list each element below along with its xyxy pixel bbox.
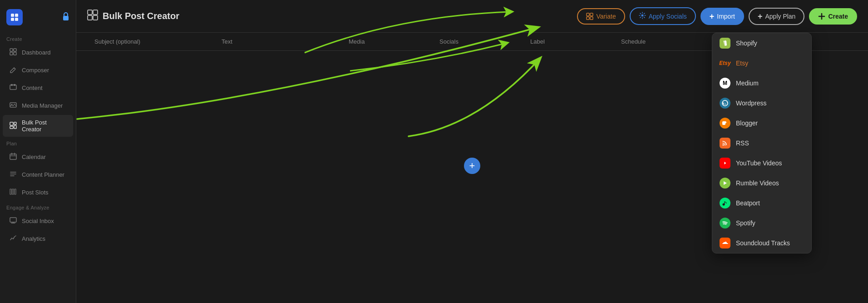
wordpress-icon: [720, 98, 730, 109]
dropdown-item-rss[interactable]: RSS: [712, 133, 811, 153]
soundcloud-label: Soundcloud Tracks: [736, 239, 790, 247]
svg-rect-14: [10, 122, 13, 125]
add-row-button[interactable]: +: [464, 158, 480, 174]
dropdown-item-rumble[interactable]: Rumble Videos: [712, 173, 811, 193]
apply-socials-button[interactable]: Apply Socials: [630, 7, 696, 25]
header: Bulk Post Creator Variate: [76, 0, 868, 33]
dropdown-item-youtube[interactable]: YouTube Videos: [712, 153, 811, 173]
sidebar-item-label: Post Slots: [22, 189, 49, 196]
sidebar-item-social-inbox[interactable]: Social Inbox: [3, 213, 73, 229]
dropdown-item-soundcloud[interactable]: Soundcloud Tracks: [712, 233, 811, 253]
svg-point-31: [641, 15, 643, 17]
svg-rect-30: [590, 17, 593, 20]
plus-icon: +: [710, 12, 715, 20]
shopify-icon: [720, 38, 730, 49]
svg-rect-28: [590, 13, 593, 16]
variate-label: Variate: [596, 13, 616, 20]
import-button[interactable]: + Import: [700, 8, 744, 25]
col-socials: Socials: [432, 33, 523, 50]
sidebar-item-content[interactable]: Content: [3, 79, 73, 96]
import-dropdown: Shopify Etsy Etsy M Medium: [712, 33, 812, 253]
apply-plan-button[interactable]: + Apply Plan: [749, 8, 804, 25]
plus-icon-plan: +: [758, 12, 763, 20]
spotify-icon: [720, 218, 730, 228]
dropdown-item-spotify[interactable]: Spotify: [712, 213, 811, 233]
rumble-icon: [720, 178, 730, 189]
sidebar-item-label: Bulk Post Creator: [22, 119, 67, 133]
sidebar-item-bulk-post-creator[interactable]: Bulk Post Creator: [3, 115, 73, 137]
sidebar-item-calendar[interactable]: Calendar: [3, 149, 73, 165]
media-manager-icon: [9, 101, 17, 110]
dropdown-item-blogger[interactable]: Blogger: [712, 113, 811, 133]
svg-rect-9: [10, 85, 16, 89]
apply-plan-label: Apply Plan: [765, 13, 795, 20]
sidebar-item-media-manager[interactable]: Media Manager: [3, 97, 73, 114]
beatport-icon: [720, 198, 730, 209]
svg-rect-23: [88, 10, 92, 15]
svg-rect-8: [14, 52, 16, 55]
sidebar-item-dashboard[interactable]: Dashboard: [3, 44, 73, 61]
svg-rect-20: [12, 189, 14, 194]
svg-rect-27: [587, 13, 589, 16]
col-label: Label: [523, 33, 614, 50]
analytics-icon: [9, 234, 17, 243]
svg-rect-7: [10, 52, 13, 55]
svg-rect-24: [88, 15, 92, 20]
sidebar-item-analytics[interactable]: Analytics: [3, 230, 73, 247]
sidebar-item-composer[interactable]: Composer: [3, 62, 73, 79]
svg-rect-4: [63, 16, 69, 20]
engage-section-label: Engage & Analyze: [0, 201, 76, 212]
app-icon[interactable]: [6, 9, 23, 25]
dropdown-item-beatport[interactable]: Beatport: [712, 193, 811, 213]
social-inbox-icon: [9, 217, 17, 225]
content-icon: [9, 84, 17, 92]
header-actions: Variate Apply Socials + Import +: [577, 7, 857, 25]
blogger-label: Blogger: [736, 119, 758, 127]
page-title-icon: [87, 10, 98, 23]
rss-label: RSS: [736, 139, 749, 147]
svg-rect-17: [14, 125, 16, 129]
shopify-label: Shopify: [736, 40, 757, 47]
dropdown-item-etsy[interactable]: Etsy Etsy: [712, 53, 811, 73]
dropdown-item-wordpress[interactable]: Wordpress: [712, 93, 811, 113]
lock-icon: [62, 12, 69, 23]
apply-socials-label: Apply Socials: [649, 13, 687, 20]
rumble-label: Rumble Videos: [736, 179, 779, 187]
dropdown-item-medium[interactable]: M Medium: [712, 73, 811, 93]
col-media: Media: [341, 33, 432, 50]
svg-rect-11: [14, 84, 15, 86]
calendar-icon: [9, 153, 17, 161]
bulk-post-creator-icon: [9, 122, 17, 130]
spotify-label: Spotify: [736, 219, 755, 227]
import-label: Import: [717, 13, 735, 20]
content-planner-icon: [9, 170, 17, 179]
sidebar-item-label: Content: [22, 84, 43, 91]
sidebar-item-label: Dashboard: [22, 49, 51, 56]
svg-point-33: [723, 144, 724, 146]
svg-rect-26: [93, 15, 98, 20]
dropdown-item-shopify[interactable]: Shopify: [712, 33, 811, 53]
youtube-icon: [720, 158, 730, 169]
sidebar-item-label: Social Inbox: [22, 218, 54, 224]
plan-section-label: Plan: [0, 137, 76, 148]
variate-button[interactable]: Variate: [577, 8, 625, 25]
composer-icon: [9, 66, 17, 75]
page-title: Bulk Post Creator: [87, 10, 179, 23]
create-label: Create: [828, 13, 848, 20]
sidebar-item-label: Content Planner: [22, 171, 64, 178]
wordpress-label: Wordpress: [736, 99, 766, 107]
svg-rect-21: [15, 189, 16, 194]
medium-icon: M: [720, 78, 730, 89]
etsy-icon: Etsy: [720, 58, 730, 69]
main-content: Bulk Post Creator Variate: [76, 0, 868, 303]
soundcloud-icon: [720, 238, 730, 248]
svg-rect-6: [14, 49, 16, 51]
sidebar-item-post-slots[interactable]: Post Slots: [3, 184, 73, 201]
sidebar-item-label: Composer: [22, 67, 49, 74]
gear-icon: [639, 12, 646, 20]
create-button[interactable]: Create: [809, 8, 857, 25]
sidebar-item-content-planner[interactable]: Content Planner: [3, 166, 73, 183]
svg-rect-15: [10, 126, 13, 129]
svg-rect-0: [11, 14, 14, 17]
post-slots-icon: [9, 188, 17, 197]
